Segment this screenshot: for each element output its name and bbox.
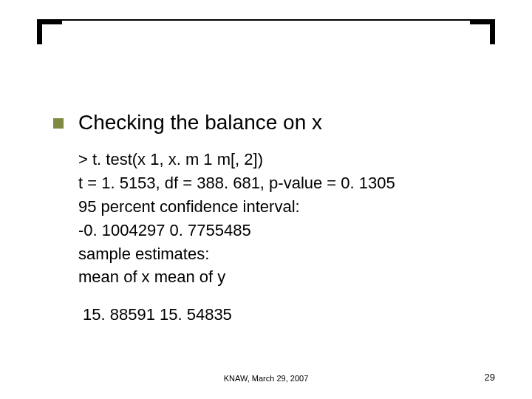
footer-date: KNAW, March 29, 2007 [0,374,532,383]
output-line: > t. test(x 1, x. m 1 m[, 2]) [78,148,488,171]
means-line: 15. 88591 15. 54835 [83,305,488,324]
code-output-block: > t. test(x 1, x. m 1 m[, 2]) t = 1. 515… [78,148,488,289]
frame-corner-top-left [37,19,62,44]
output-line: t = 1. 5153, df = 388. 681, p-value = 0.… [78,171,488,195]
bullet-icon [53,118,64,129]
heading-row: Checking the balance on x [53,111,488,134]
output-line: -0. 1004297 0. 7755485 [78,219,488,242]
output-line: mean of x mean of y [78,265,488,289]
slide-content: Checking the balance on x > t. test(x 1,… [53,111,488,324]
page-number: 29 [485,372,495,383]
output-line: sample estimates: [78,242,488,266]
frame-corner-top-right [470,19,495,44]
slide-heading: Checking the balance on x [78,111,322,134]
frame-top-bar [62,19,470,21]
output-line: 95 percent confidence interval: [78,195,488,219]
